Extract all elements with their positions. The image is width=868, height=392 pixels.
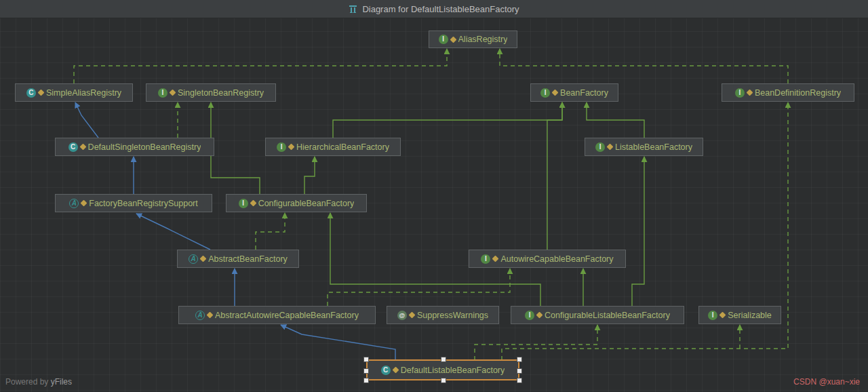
annotation-icon: @ <box>397 311 407 320</box>
app-window: { "window": { "title": "Diagram for Defa… <box>0 0 868 392</box>
interface-icon: I <box>595 142 605 152</box>
interface-icon: I <box>439 35 448 44</box>
node-label: BeanDefinitionRegistry <box>755 88 841 98</box>
modifier-icon <box>719 312 726 319</box>
modifier-icon <box>250 200 256 207</box>
edge-default-listable-bean-factory-to-configurable-listable-bean-factory[interactable] <box>475 325 597 360</box>
edge-autowire-capable-bean-factory-to-bean-factory[interactable] <box>547 102 562 250</box>
modifier-icon <box>81 200 87 207</box>
node-label: ConfigurableBeanFactory <box>258 199 355 208</box>
abstract-icon: A <box>195 311 205 320</box>
powered-by-text: Powered by <box>5 377 51 387</box>
selection-handle-ne[interactable] <box>517 357 522 362</box>
node-configurable-bean-factory[interactable]: IConfigurableBeanFactory <box>226 194 367 212</box>
node-label: FactoryBeanRegistrySupport <box>89 199 198 208</box>
csdn-watermark: CSDN @xuan~xie <box>793 377 860 387</box>
node-singleton-bean-registry[interactable]: ISingletonBeanRegistry <box>146 83 276 102</box>
node-bean-definition-registry[interactable]: IBeanDefinitionRegistry <box>722 83 854 102</box>
node-label: DefaultListableBeanFactory <box>401 366 505 375</box>
node-label: HierarchicalBeanFactory <box>296 142 389 152</box>
class-icon: C <box>68 142 78 152</box>
node-default-singleton-bean-registry[interactable]: CDefaultSingletonBeanRegistry <box>55 138 214 156</box>
edge-default-listable-bean-factory-to-abstract-autowire-capable-bean-factory[interactable] <box>281 325 395 360</box>
selection-handle-w[interactable] <box>363 368 369 374</box>
interface-icon: I <box>277 142 286 152</box>
node-label: AbstractAutowireCapableBeanFactory <box>215 311 359 320</box>
node-autowire-capable-bean-factory[interactable]: IAutowireCapableBeanFactory <box>469 250 626 268</box>
interface-icon: I <box>481 254 490 264</box>
node-bean-factory[interactable]: IBeanFactory <box>530 83 618 102</box>
diagram-titlebar: Diagram for DefaultListableBeanFactory <box>0 0 868 18</box>
class-icon: C <box>381 366 391 375</box>
modifier-icon <box>408 312 415 319</box>
modifier-icon <box>450 36 456 43</box>
edge-abstract-bean-factory-to-factory-bean-registry-support[interactable] <box>136 214 210 250</box>
modifier-icon <box>169 90 176 96</box>
modifier-icon <box>607 144 614 151</box>
class-icon: C <box>26 88 36 98</box>
modifier-icon <box>79 144 86 151</box>
yfiles-link[interactable]: yFiles <box>51 377 72 387</box>
edge-abstract-bean-factory-to-configurable-bean-factory[interactable] <box>256 213 285 250</box>
modifier-icon <box>536 312 543 319</box>
node-label: SingletonBeanRegistry <box>178 88 264 98</box>
node-default-listable-bean-factory[interactable]: CDefaultListableBeanFactory <box>367 360 519 380</box>
interface-icon: I <box>525 311 534 320</box>
selection-handle-se[interactable] <box>517 378 522 383</box>
modifier-icon <box>200 256 207 262</box>
modifier-icon <box>37 90 44 96</box>
node-hierarchical-bean-factory[interactable]: IHierarchicalBeanFactory <box>265 138 401 156</box>
node-label: ConfigurableListableBeanFactory <box>545 311 670 320</box>
interface-icon: I <box>708 311 717 320</box>
node-simple-alias-registry[interactable]: CSimpleAliasRegistry <box>15 83 133 102</box>
node-label: AliasRegistry <box>458 35 508 44</box>
node-alias-registry[interactable]: IAliasRegistry <box>429 31 517 48</box>
node-serializable[interactable]: ISerializable <box>698 306 781 324</box>
modifier-icon <box>492 256 499 262</box>
interface-icon: I <box>540 88 550 98</box>
node-label: AbstractBeanFactory <box>208 254 288 264</box>
modifier-icon <box>552 90 559 96</box>
diagram-title: Diagram for DefaultListableBeanFactory <box>362 4 519 14</box>
edge-default-singleton-bean-registry-to-simple-alias-registry[interactable] <box>75 102 98 138</box>
node-suppress-warnings[interactable]: @SuppressWarnings <box>387 306 499 324</box>
abstract-icon: A <box>189 254 198 264</box>
abstract-icon: A <box>69 199 79 208</box>
edge-abstract-autowire-capable-bean-factory-to-autowire-capable-bean-factory[interactable] <box>328 269 510 306</box>
edge-simple-alias-registry-to-alias-registry[interactable] <box>74 49 447 83</box>
node-label: DefaultSingletonBeanRegistry <box>88 142 201 152</box>
edge-hierarchical-bean-factory-to-bean-factory[interactable] <box>333 102 562 138</box>
node-label: AutowireCapableBeanFactory <box>500 254 613 264</box>
edge-configurable-bean-factory-to-hierarchical-bean-factory[interactable] <box>304 157 315 194</box>
interface-icon: I <box>158 88 167 98</box>
yfiles-watermark: Powered by yFiles <box>5 377 72 387</box>
edge-bean-definition-registry-to-alias-registry[interactable] <box>500 49 788 83</box>
diagram-canvas[interactable]: Powered by yFiles CSDN @xuan~xie IAliasR… <box>0 0 868 392</box>
selection-handle-s[interactable] <box>441 378 446 383</box>
modifier-icon <box>746 90 753 96</box>
modifier-icon <box>392 367 399 374</box>
node-abstract-bean-factory[interactable]: AAbstractBeanFactory <box>177 250 299 268</box>
node-configurable-listable-bean-factory[interactable]: IConfigurableListableBeanFactory <box>511 306 684 324</box>
node-label: SimpleAliasRegistry <box>46 88 121 98</box>
node-listable-bean-factory[interactable]: IListableBeanFactory <box>585 138 703 156</box>
modifier-icon <box>288 144 295 151</box>
interface-icon: I <box>735 88 745 98</box>
node-label: ListableBeanFactory <box>615 142 692 152</box>
edge-configurable-bean-factory-to-singleton-bean-registry[interactable] <box>211 102 260 194</box>
modifier-icon <box>207 312 214 319</box>
edge-configurable-listable-bean-factory-to-listable-bean-factory[interactable] <box>632 157 644 306</box>
node-label: SuppressWarnings <box>417 311 488 320</box>
node-abstract-autowire-capable-bean-factory[interactable]: AAbstractAutowireCapableBeanFactory <box>178 306 376 324</box>
node-factory-bean-registry-support[interactable]: AFactoryBeanRegistrySupport <box>55 194 212 212</box>
selection-handle-nw[interactable] <box>363 357 369 362</box>
uml-diagram-icon <box>349 5 357 14</box>
edge-listable-bean-factory-to-bean-factory[interactable] <box>587 102 644 138</box>
node-label: Serializable <box>728 311 772 320</box>
selection-handle-n[interactable] <box>441 357 446 362</box>
node-label: BeanFactory <box>560 88 608 98</box>
selection-handle-e[interactable] <box>517 368 522 374</box>
selection-handle-sw[interactable] <box>363 378 369 383</box>
interface-icon: I <box>239 199 248 208</box>
